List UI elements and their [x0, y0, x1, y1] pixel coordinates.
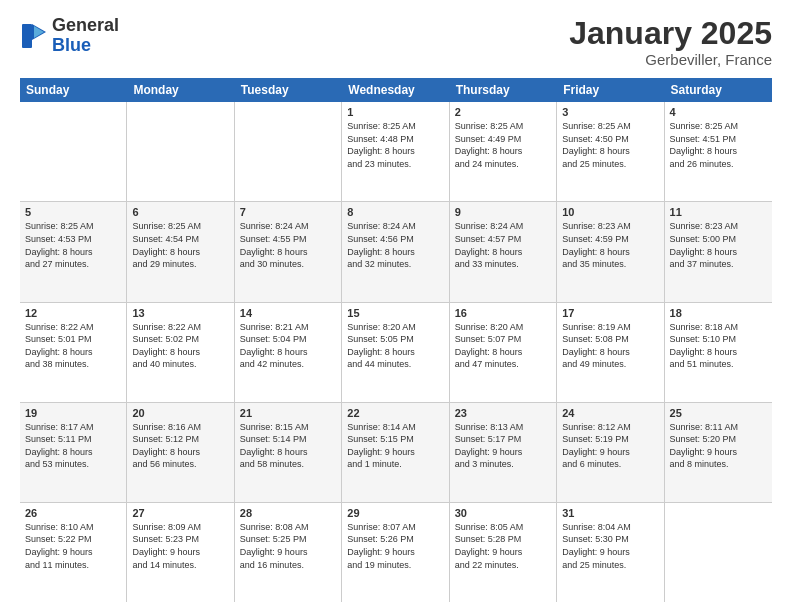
calendar: Sunday Monday Tuesday Wednesday Thursday… — [20, 78, 772, 602]
calendar-cell: 3Sunrise: 8:25 AM Sunset: 4:50 PM Daylig… — [557, 102, 664, 201]
day-info: Sunrise: 8:14 AM Sunset: 5:15 PM Dayligh… — [347, 421, 443, 471]
day-number: 25 — [670, 407, 767, 419]
svg-marker-2 — [34, 26, 44, 38]
logo-text: General Blue — [52, 16, 119, 56]
calendar-cell: 12Sunrise: 8:22 AM Sunset: 5:01 PM Dayli… — [20, 303, 127, 402]
day-info: Sunrise: 8:25 AM Sunset: 4:50 PM Dayligh… — [562, 120, 658, 170]
calendar-cell: 11Sunrise: 8:23 AM Sunset: 5:00 PM Dayli… — [665, 202, 772, 301]
header-monday: Monday — [127, 78, 234, 102]
day-info: Sunrise: 8:22 AM Sunset: 5:01 PM Dayligh… — [25, 321, 121, 371]
day-info: Sunrise: 8:20 AM Sunset: 5:07 PM Dayligh… — [455, 321, 551, 371]
day-info: Sunrise: 8:04 AM Sunset: 5:30 PM Dayligh… — [562, 521, 658, 571]
calendar-cell: 23Sunrise: 8:13 AM Sunset: 5:17 PM Dayli… — [450, 403, 557, 502]
calendar-cell: 21Sunrise: 8:15 AM Sunset: 5:14 PM Dayli… — [235, 403, 342, 502]
calendar-cell: 13Sunrise: 8:22 AM Sunset: 5:02 PM Dayli… — [127, 303, 234, 402]
day-info: Sunrise: 8:07 AM Sunset: 5:26 PM Dayligh… — [347, 521, 443, 571]
day-info: Sunrise: 8:25 AM Sunset: 4:49 PM Dayligh… — [455, 120, 551, 170]
calendar-row-3: 12Sunrise: 8:22 AM Sunset: 5:01 PM Dayli… — [20, 303, 772, 403]
day-info: Sunrise: 8:16 AM Sunset: 5:12 PM Dayligh… — [132, 421, 228, 471]
day-info: Sunrise: 8:10 AM Sunset: 5:22 PM Dayligh… — [25, 521, 121, 571]
calendar-cell: 29Sunrise: 8:07 AM Sunset: 5:26 PM Dayli… — [342, 503, 449, 602]
day-info: Sunrise: 8:21 AM Sunset: 5:04 PM Dayligh… — [240, 321, 336, 371]
calendar-row-2: 5Sunrise: 8:25 AM Sunset: 4:53 PM Daylig… — [20, 202, 772, 302]
day-number: 23 — [455, 407, 551, 419]
calendar-cell: 9Sunrise: 8:24 AM Sunset: 4:57 PM Daylig… — [450, 202, 557, 301]
calendar-header: Sunday Monday Tuesday Wednesday Thursday… — [20, 78, 772, 102]
day-info: Sunrise: 8:23 AM Sunset: 4:59 PM Dayligh… — [562, 220, 658, 270]
logo-general: General — [52, 16, 119, 36]
day-number: 21 — [240, 407, 336, 419]
day-info: Sunrise: 8:22 AM Sunset: 5:02 PM Dayligh… — [132, 321, 228, 371]
calendar-cell: 18Sunrise: 8:18 AM Sunset: 5:10 PM Dayli… — [665, 303, 772, 402]
calendar-cell: 10Sunrise: 8:23 AM Sunset: 4:59 PM Dayli… — [557, 202, 664, 301]
calendar-row-4: 19Sunrise: 8:17 AM Sunset: 5:11 PM Dayli… — [20, 403, 772, 503]
calendar-row-5: 26Sunrise: 8:10 AM Sunset: 5:22 PM Dayli… — [20, 503, 772, 602]
day-info: Sunrise: 8:09 AM Sunset: 5:23 PM Dayligh… — [132, 521, 228, 571]
day-number: 4 — [670, 106, 767, 118]
day-info: Sunrise: 8:25 AM Sunset: 4:51 PM Dayligh… — [670, 120, 767, 170]
calendar-cell: 14Sunrise: 8:21 AM Sunset: 5:04 PM Dayli… — [235, 303, 342, 402]
calendar-cell: 26Sunrise: 8:10 AM Sunset: 5:22 PM Dayli… — [20, 503, 127, 602]
day-number: 15 — [347, 307, 443, 319]
header-tuesday: Tuesday — [235, 78, 342, 102]
calendar-cell: 20Sunrise: 8:16 AM Sunset: 5:12 PM Dayli… — [127, 403, 234, 502]
day-number: 10 — [562, 206, 658, 218]
day-number: 1 — [347, 106, 443, 118]
calendar-cell: 27Sunrise: 8:09 AM Sunset: 5:23 PM Dayli… — [127, 503, 234, 602]
day-number: 14 — [240, 307, 336, 319]
logo: General Blue — [20, 16, 119, 56]
header-saturday: Saturday — [665, 78, 772, 102]
day-number: 29 — [347, 507, 443, 519]
day-number: 27 — [132, 507, 228, 519]
calendar-cell: 25Sunrise: 8:11 AM Sunset: 5:20 PM Dayli… — [665, 403, 772, 502]
day-number: 16 — [455, 307, 551, 319]
day-number: 30 — [455, 507, 551, 519]
calendar-cell: 28Sunrise: 8:08 AM Sunset: 5:25 PM Dayli… — [235, 503, 342, 602]
day-number: 24 — [562, 407, 658, 419]
page: General Blue January 2025 Gerbeviller, F… — [0, 0, 792, 612]
day-info: Sunrise: 8:05 AM Sunset: 5:28 PM Dayligh… — [455, 521, 551, 571]
month-title: January 2025 — [569, 16, 772, 51]
calendar-cell: 7Sunrise: 8:24 AM Sunset: 4:55 PM Daylig… — [235, 202, 342, 301]
day-info: Sunrise: 8:20 AM Sunset: 5:05 PM Dayligh… — [347, 321, 443, 371]
day-info: Sunrise: 8:15 AM Sunset: 5:14 PM Dayligh… — [240, 421, 336, 471]
header-thursday: Thursday — [450, 78, 557, 102]
day-number: 28 — [240, 507, 336, 519]
day-number: 8 — [347, 206, 443, 218]
day-number: 19 — [25, 407, 121, 419]
calendar-cell: 19Sunrise: 8:17 AM Sunset: 5:11 PM Dayli… — [20, 403, 127, 502]
day-number: 22 — [347, 407, 443, 419]
day-info: Sunrise: 8:25 AM Sunset: 4:53 PM Dayligh… — [25, 220, 121, 270]
header: General Blue January 2025 Gerbeviller, F… — [20, 16, 772, 68]
day-number: 17 — [562, 307, 658, 319]
day-info: Sunrise: 8:24 AM Sunset: 4:57 PM Dayligh… — [455, 220, 551, 270]
day-info: Sunrise: 8:19 AM Sunset: 5:08 PM Dayligh… — [562, 321, 658, 371]
day-info: Sunrise: 8:11 AM Sunset: 5:20 PM Dayligh… — [670, 421, 767, 471]
day-info: Sunrise: 8:17 AM Sunset: 5:11 PM Dayligh… — [25, 421, 121, 471]
calendar-cell: 4Sunrise: 8:25 AM Sunset: 4:51 PM Daylig… — [665, 102, 772, 201]
day-number: 18 — [670, 307, 767, 319]
day-info: Sunrise: 8:24 AM Sunset: 4:55 PM Dayligh… — [240, 220, 336, 270]
day-info: Sunrise: 8:23 AM Sunset: 5:00 PM Dayligh… — [670, 220, 767, 270]
day-info: Sunrise: 8:12 AM Sunset: 5:19 PM Dayligh… — [562, 421, 658, 471]
calendar-cell: 2Sunrise: 8:25 AM Sunset: 4:49 PM Daylig… — [450, 102, 557, 201]
day-number: 5 — [25, 206, 121, 218]
calendar-cell: 15Sunrise: 8:20 AM Sunset: 5:05 PM Dayli… — [342, 303, 449, 402]
day-number: 20 — [132, 407, 228, 419]
calendar-cell: 8Sunrise: 8:24 AM Sunset: 4:56 PM Daylig… — [342, 202, 449, 301]
header-sunday: Sunday — [20, 78, 127, 102]
calendar-cell: 30Sunrise: 8:05 AM Sunset: 5:28 PM Dayli… — [450, 503, 557, 602]
calendar-cell: 5Sunrise: 8:25 AM Sunset: 4:53 PM Daylig… — [20, 202, 127, 301]
header-friday: Friday — [557, 78, 664, 102]
calendar-cell: 22Sunrise: 8:14 AM Sunset: 5:15 PM Dayli… — [342, 403, 449, 502]
day-info: Sunrise: 8:18 AM Sunset: 5:10 PM Dayligh… — [670, 321, 767, 371]
logo-blue: Blue — [52, 36, 119, 56]
day-number: 9 — [455, 206, 551, 218]
day-number: 11 — [670, 206, 767, 218]
calendar-cell — [20, 102, 127, 201]
calendar-cell: 1Sunrise: 8:25 AM Sunset: 4:48 PM Daylig… — [342, 102, 449, 201]
day-number: 7 — [240, 206, 336, 218]
calendar-cell: 16Sunrise: 8:20 AM Sunset: 5:07 PM Dayli… — [450, 303, 557, 402]
day-number: 26 — [25, 507, 121, 519]
day-info: Sunrise: 8:08 AM Sunset: 5:25 PM Dayligh… — [240, 521, 336, 571]
